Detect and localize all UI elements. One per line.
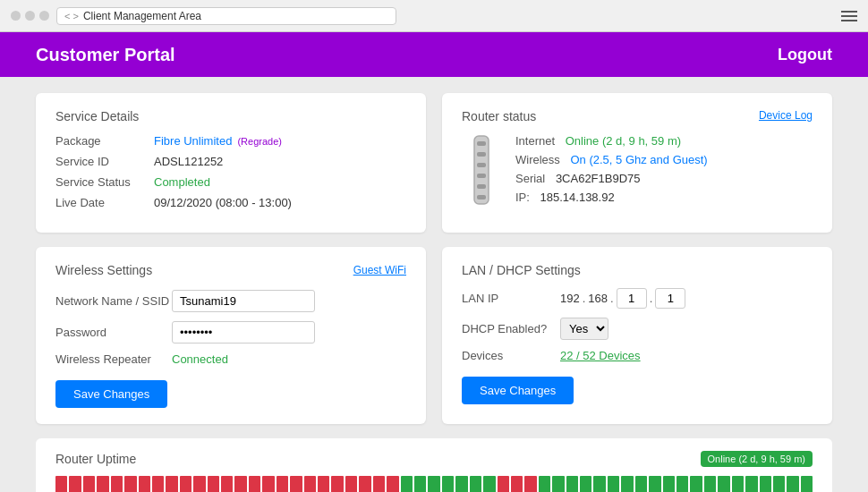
nav-arrows: < >	[64, 11, 79, 21]
window-controls	[11, 11, 49, 21]
service-id-value: ADSL121252	[154, 155, 223, 168]
uptime-block	[139, 476, 150, 492]
wireless-row: Wireless On (2.5, 5 Ghz and Guest)	[515, 153, 708, 166]
service-details-title: Service Details	[55, 109, 406, 123]
svg-rect-6	[477, 195, 486, 199]
uptime-block	[152, 476, 164, 492]
url-bar[interactable]: < > Client Management Area	[56, 7, 396, 25]
uptime-block	[345, 476, 357, 492]
lan-ip-label: LAN IP	[462, 292, 560, 305]
password-input[interactable]	[172, 321, 315, 344]
wireless-settings-header: Wireless Settings Guest WiFi	[55, 263, 406, 277]
uptime-block	[511, 476, 523, 492]
network-name-row: Network Name / SSID	[55, 290, 406, 312]
service-status-label: Service Status	[55, 175, 154, 189]
uptime-block	[221, 476, 233, 492]
uptime-block	[442, 476, 454, 492]
uptime-block	[801, 476, 813, 492]
online-badge: Online (2 d, 9 h, 59 m)	[701, 451, 813, 467]
lan-save-button[interactable]: Save Changes	[462, 377, 574, 404]
uptime-bar	[55, 476, 813, 492]
ip-label: IP:	[515, 191, 530, 204]
ip-row: IP: 185.14.138.92	[515, 191, 708, 204]
svg-rect-3	[477, 163, 486, 167]
uptime-block	[249, 476, 260, 492]
wireless-settings-title: Wireless Settings	[55, 263, 152, 277]
uptime-block	[677, 476, 688, 492]
svg-rect-2	[477, 152, 486, 157]
uptime-block	[318, 476, 329, 492]
lan-dhcp-title: LAN / DHCP Settings	[462, 263, 813, 277]
device-log-link[interactable]: Device Log	[759, 109, 813, 122]
uptime-block	[498, 476, 509, 492]
service-details-card: Service Details Package Fibre Unlimited …	[36, 93, 426, 233]
uptime-block	[262, 476, 274, 492]
uptime-block	[718, 476, 729, 492]
header-title: Customer Portal	[36, 45, 175, 65]
uptime-block	[166, 476, 177, 492]
close-dot	[11, 11, 21, 21]
service-id-row: Service ID ADSL121252	[55, 155, 406, 168]
router-info: Internet Online (2 d, 9 h, 59 m) Wireles…	[515, 134, 708, 209]
uptime-block	[621, 476, 633, 492]
internet-label: Internet	[515, 134, 555, 148]
dhcp-select[interactable]: Yes No	[560, 318, 608, 340]
lan-ip-group: 192 . 168 . .	[560, 288, 685, 309]
uptime-block	[124, 476, 136, 492]
header: Customer Portal Logout	[0, 32, 868, 77]
uptime-block	[97, 476, 108, 492]
network-name-input[interactable]	[172, 290, 315, 312]
internet-value: Online (2 d, 9 h, 59 m)	[566, 134, 681, 148]
lan-ip-1: 192	[560, 292, 580, 305]
lan-ip-octet4[interactable]	[655, 288, 685, 309]
repeater-label: Wireless Repeater	[55, 352, 172, 366]
uptime-block	[290, 476, 302, 492]
dhcp-enabled-label: DHCP Enabled?	[462, 322, 560, 335]
serial-value: 3CA62F1B9D75	[556, 172, 641, 185]
devices-link[interactable]: 22 / 52 Devices	[560, 349, 641, 362]
guest-wifi-link[interactable]: Guest WiFi	[353, 264, 406, 276]
uptime-block	[359, 476, 370, 492]
svg-rect-0	[474, 136, 489, 204]
svg-rect-1	[477, 141, 486, 146]
devices-row: Devices 22 / 52 Devices	[462, 349, 813, 362]
live-date-label: Live Date	[55, 196, 154, 209]
service-id-label: Service ID	[55, 155, 154, 168]
password-label: Password	[55, 326, 172, 339]
uptime-header: Router Uptime Online (2 d, 9 h, 59 m)	[55, 451, 813, 467]
package-row: Package Fibre Unlimited (Regrade)	[55, 134, 406, 148]
main-content: Service Details Package Fibre Unlimited …	[0, 77, 868, 492]
svg-rect-4	[477, 174, 486, 178]
uptime-block	[401, 476, 413, 492]
uptime-block	[635, 476, 647, 492]
uptime-block	[649, 476, 660, 492]
uptime-block	[304, 476, 316, 492]
uptime-block	[55, 476, 67, 492]
uptime-block	[539, 476, 550, 492]
regrade-link[interactable]: (Regrade)	[237, 136, 282, 147]
uptime-block	[580, 476, 591, 492]
package-value: Fibre Unlimited	[154, 134, 232, 148]
uptime-block	[83, 476, 95, 492]
uptime-block	[208, 476, 219, 492]
top-cards-row: Service Details Package Fibre Unlimited …	[36, 93, 832, 233]
minimize-dot	[25, 11, 35, 21]
lan-ip-row: LAN IP 192 . 168 . .	[462, 288, 813, 309]
uptime-block	[277, 476, 288, 492]
live-date-value: 09/12/2020 (08:00 - 13:00)	[154, 196, 292, 209]
uptime-block	[552, 476, 564, 492]
uptime-block	[331, 476, 343, 492]
hamburger-menu[interactable]	[841, 11, 857, 21]
uptime-block	[470, 476, 481, 492]
network-name-label: Network Name / SSID	[55, 294, 172, 308]
router-body: Internet Online (2 d, 9 h, 59 m) Wireles…	[462, 134, 813, 209]
uptime-section: Router Uptime Online (2 d, 9 h, 59 m) 50…	[36, 438, 832, 492]
wireless-save-button[interactable]: Save Changes	[55, 380, 167, 408]
ip-value: 185.14.138.92	[540, 191, 615, 204]
lan-ip-octet3[interactable]	[617, 288, 647, 309]
router-icon	[462, 134, 501, 206]
uptime-block	[773, 476, 785, 492]
logout-button[interactable]: Logout	[778, 46, 832, 64]
live-date-row: Live Date 09/12/2020 (08:00 - 13:00)	[55, 196, 406, 209]
uptime-block	[483, 476, 495, 492]
